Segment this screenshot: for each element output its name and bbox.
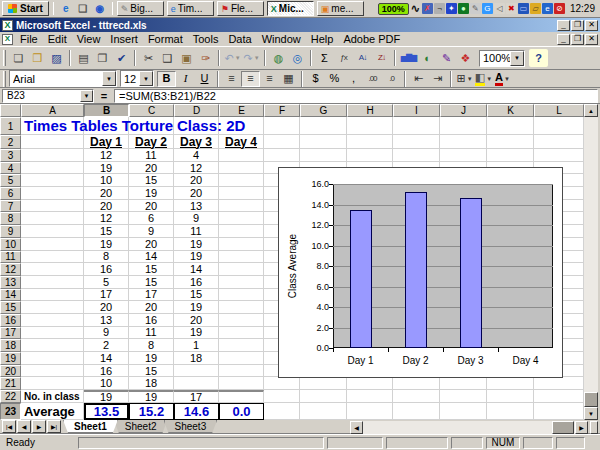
- bluetooth-icon[interactable]: ✦: [446, 3, 457, 14]
- help-button[interactable]: ?: [529, 49, 548, 67]
- cell-F23[interactable]: [264, 403, 300, 420]
- decrease-decimal-icon[interactable]: .0: [382, 71, 401, 87]
- cell-B4[interactable]: 19: [84, 162, 129, 175]
- cell-E12[interactable]: [219, 263, 264, 276]
- increase-decimal-icon[interactable]: .00: [363, 71, 382, 87]
- display-icon[interactable]: ▭: [518, 3, 529, 14]
- column-header-L[interactable]: L: [534, 104, 584, 117]
- sheet-tab-sheet3[interactable]: Sheet3: [164, 420, 218, 433]
- cell-D14[interactable]: 15: [174, 289, 219, 302]
- cell-L2[interactable]: [534, 135, 584, 149]
- decrease-indent-icon[interactable]: ⇤: [409, 71, 428, 87]
- zoom-combo[interactable]: 100% ▼: [479, 50, 525, 67]
- menu-insert[interactable]: Insert: [105, 33, 143, 45]
- next-sheet-button[interactable]: ▶: [32, 420, 46, 433]
- vertical-scrollbar[interactable]: ▲ ▼: [584, 104, 598, 420]
- cell-C16[interactable]: 16: [129, 314, 174, 327]
- restore-button[interactable]: ❐: [571, 34, 584, 45]
- cell-D8[interactable]: 9: [174, 212, 219, 225]
- row-header-20[interactable]: 20: [0, 365, 21, 378]
- open-icon[interactable]: ❒: [28, 49, 47, 67]
- cell-C5[interactable]: 15: [129, 174, 174, 187]
- cell-A19[interactable]: [21, 352, 84, 365]
- cell-A3[interactable]: [21, 149, 84, 162]
- fill-color-icon[interactable]: ◧▼: [474, 71, 493, 87]
- cell-B13[interactable]: 5: [84, 276, 129, 289]
- chevron-down-icon[interactable]: ▼: [510, 51, 524, 66]
- cell-D19[interactable]: 18: [174, 352, 219, 365]
- active-cell[interactable]: 13.5: [84, 403, 129, 420]
- cell-H2[interactable]: [347, 135, 393, 149]
- row-header-4[interactable]: 4: [0, 162, 21, 175]
- cell-E3[interactable]: [219, 149, 264, 162]
- cell-A12[interactable]: [21, 263, 84, 276]
- cell-D3[interactable]: 4: [174, 149, 219, 162]
- cell-A10[interactable]: [21, 238, 84, 251]
- workbook-icon[interactable]: X: [2, 34, 13, 45]
- cell-D18[interactable]: 1: [174, 339, 219, 352]
- close-button[interactable]: ✕: [585, 34, 598, 45]
- sheet-tab-sheet1[interactable]: Sheet1: [63, 420, 118, 433]
- column-header-A[interactable]: A: [21, 104, 84, 117]
- cell-E9[interactable]: [219, 225, 264, 238]
- horizontal-scroll-thumb[interactable]: [552, 421, 574, 434]
- cut-icon[interactable]: ✂: [139, 49, 158, 67]
- cell-C17[interactable]: 11: [129, 327, 174, 340]
- cell-B21[interactable]: 10: [84, 377, 129, 390]
- cell-B22[interactable]: 19: [84, 390, 129, 403]
- align-center-icon[interactable]: ≡: [241, 71, 260, 87]
- cell-J3[interactable]: [440, 149, 487, 162]
- increase-indent-icon[interactable]: ⇥: [428, 71, 447, 87]
- print-icon[interactable]: ▤: [74, 49, 93, 67]
- underline-button[interactable]: U: [195, 71, 214, 87]
- menu-view[interactable]: View: [72, 33, 106, 45]
- cell-E17[interactable]: [219, 327, 264, 340]
- cell-A4[interactable]: [21, 162, 84, 175]
- cell-A2[interactable]: [21, 135, 84, 149]
- undo-icon[interactable]: ↶▼: [223, 49, 242, 67]
- row-header-10[interactable]: 10: [0, 238, 21, 251]
- column-header-D[interactable]: D: [174, 104, 219, 117]
- cell-B3[interactable]: 12: [84, 149, 129, 162]
- row-header-9[interactable]: 9: [0, 225, 21, 238]
- cell-E8[interactable]: [219, 212, 264, 225]
- row-header-17[interactable]: 17: [0, 327, 21, 340]
- first-sheet-button[interactable]: |◀: [2, 420, 16, 433]
- row-header-6[interactable]: 6: [0, 187, 21, 200]
- cell-L3[interactable]: [534, 149, 584, 162]
- cell-E20[interactable]: [219, 365, 264, 378]
- toolbar-grip[interactable]: [3, 50, 6, 66]
- print-preview-icon[interactable]: ❐: [93, 49, 112, 67]
- taskbar-task-button[interactable]: ⚑Fle...: [217, 1, 264, 16]
- row-header-21[interactable]: 21: [0, 377, 21, 390]
- cell-B10[interactable]: 19: [84, 238, 129, 251]
- column-header-E[interactable]: E: [219, 104, 264, 117]
- globe-icon[interactable]: e: [542, 3, 553, 14]
- formula-input[interactable]: =SUM(B3:B21)/B22: [114, 89, 598, 103]
- cell-C9[interactable]: 9: [129, 225, 174, 238]
- cell-D4[interactable]: 12: [174, 162, 219, 175]
- cell-C12[interactable]: 15: [129, 263, 174, 276]
- chevron-down-icon[interactable]: ▼: [504, 76, 510, 82]
- cell-J22[interactable]: [440, 390, 487, 403]
- cell-B7[interactable]: 20: [84, 200, 129, 213]
- cell-E23[interactable]: 0.0: [219, 403, 264, 420]
- cell-I1[interactable]: [393, 117, 440, 135]
- cell-L22[interactable]: [534, 390, 584, 403]
- restore-button[interactable]: ❐: [571, 20, 584, 31]
- cell-A15[interactable]: [21, 301, 84, 314]
- cell-G1[interactable]: [300, 117, 347, 135]
- cell-B9[interactable]: 15: [84, 225, 129, 238]
- autosum-icon[interactable]: Σ: [315, 49, 334, 67]
- cell-B18[interactable]: 2: [84, 339, 129, 352]
- close-button[interactable]: ✕: [585, 20, 598, 31]
- cell-A21[interactable]: [21, 377, 84, 390]
- cell-J21[interactable]: [440, 377, 487, 390]
- align-left-icon[interactable]: ≡: [222, 71, 241, 87]
- cell-D7[interactable]: 13: [174, 200, 219, 213]
- cell-F1[interactable]: [264, 117, 300, 135]
- menu-format[interactable]: Format: [143, 33, 188, 45]
- cell-H22[interactable]: [347, 390, 393, 403]
- cell-C11[interactable]: 14: [129, 251, 174, 264]
- menu-file[interactable]: File: [15, 33, 43, 45]
